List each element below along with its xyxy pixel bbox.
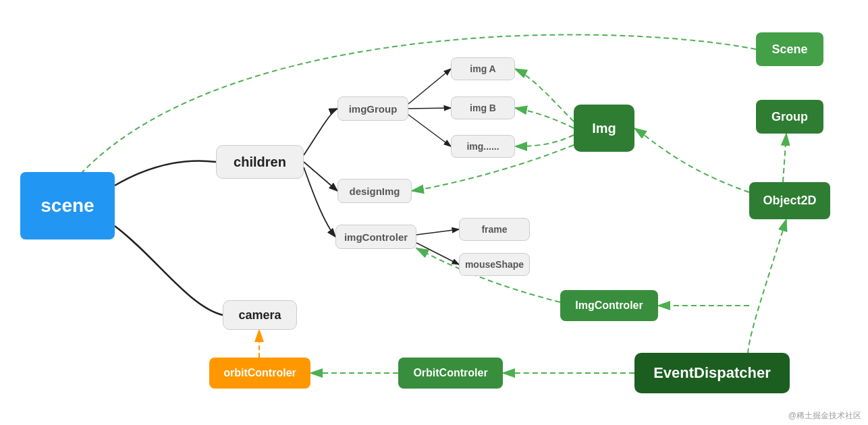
imggroup-label: imgGroup (349, 103, 398, 115)
orbitcontroler-green-node: OrbitControler (398, 358, 503, 389)
orbitcontroler-green-label: OrbitControler (413, 367, 487, 379)
object2d-node: Object2D (749, 182, 830, 219)
imgcontroler-small-label: imgControler (344, 231, 408, 243)
imgcontroler-green-node: ImgControler (560, 290, 658, 321)
children-node: children (216, 145, 304, 179)
img-green-label: Img (592, 121, 616, 136)
camera-node: camera (223, 300, 297, 330)
img-green-node: Img (574, 105, 634, 152)
frame-label: frame (481, 224, 507, 235)
diagram-container: scene children camera imgGroup designImg… (0, 0, 868, 425)
watermark-text: @稀土掘金技术社区 (788, 411, 861, 420)
orbitcontroler-node: orbitControler (209, 358, 310, 389)
object2d-label: Object2D (763, 194, 816, 208)
group-node: Group (756, 100, 823, 134)
designimg-node: designImg (337, 179, 412, 203)
children-label: children (234, 154, 286, 170)
imgb-node: img B (451, 96, 515, 119)
imgb-label: img B (470, 103, 496, 113)
imga-node: img A (451, 57, 515, 80)
group-label: Group (771, 110, 808, 124)
imgcontroler-small-node: imgControler (335, 225, 416, 249)
imggroup-node: imgGroup (337, 96, 408, 121)
scene-green-node: Scene (756, 32, 823, 66)
imgdots-node: img...... (451, 135, 515, 158)
designimg-label: designImg (349, 186, 400, 197)
camera-label: camera (238, 308, 281, 322)
scene-node: scene (20, 172, 115, 239)
scene-label: scene (40, 195, 94, 217)
watermark: @稀土掘金技术社区 (788, 410, 861, 422)
mouseshape-label: mouseShape (465, 259, 524, 270)
eventdispatcher-node: EventDispatcher (634, 353, 790, 393)
imga-label: img A (470, 63, 495, 74)
orbitcontroler-label: orbitControler (223, 367, 296, 379)
scene-green-label: Scene (771, 42, 807, 57)
imgcontroler-green-label: ImgControler (575, 300, 643, 312)
mouseshape-node: mouseShape (459, 253, 530, 276)
imgdots-label: img...... (466, 141, 499, 152)
frame-node: frame (459, 218, 530, 241)
eventdispatcher-label: EventDispatcher (653, 364, 771, 382)
